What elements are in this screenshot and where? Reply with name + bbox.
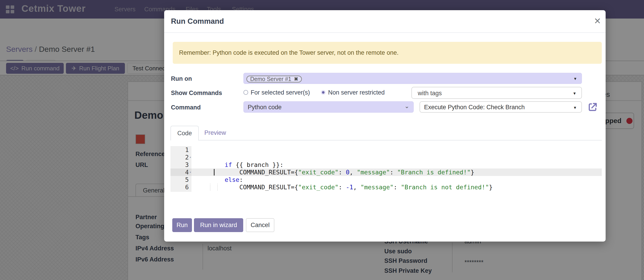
run-on-label: Run on [171,75,192,82]
line-number: 6 [170,183,189,191]
divider [164,32,606,33]
chevron-down-icon: ⌄ [404,103,410,110]
tab-preview[interactable]: Preview [204,129,226,136]
radio-label-non-server-restricted[interactable]: Non server restricted [328,89,385,96]
radio-for-selected-servers[interactable] [244,90,248,95]
tabs-underline [170,140,602,141]
code-line: COMMAND_RESULT={"exit_code": -1, "messag… [195,176,493,183]
line-number: 3 [170,161,189,169]
page: Cetmix Tower Servers Commands Files Tool… [0,0,644,280]
radio-non-server-restricted[interactable] [321,90,326,95]
command-label: Command [171,104,201,111]
run-command-modal: Run Command ✕ Remember: Python code is e… [164,10,606,241]
with-tags-select[interactable]: with tags ▼ [412,87,582,99]
line-number: 2 [170,154,189,161]
radio-label-for-selected-servers[interactable]: For selected server(s) [251,89,310,96]
run-in-wizard-button[interactable]: Run in wizard [194,218,243,232]
close-icon[interactable]: ✕ [592,16,603,27]
run-button[interactable]: Run [172,218,192,232]
modal-title: Run Command [171,17,224,26]
chevron-down-icon: ▼ [573,106,577,110]
run-on-field[interactable]: Demo Server #1 ✖ ▼ [244,73,582,84]
command-type-select[interactable]: Python code ⌄ [244,101,414,113]
line-number: 1 [170,146,189,154]
fold-toggle-icon[interactable]: ▾ [190,154,191,161]
external-link-icon[interactable] [588,102,598,112]
tag-remove-icon[interactable]: ✖ [294,76,298,82]
indent-guide [217,184,218,191]
code-line: if {{ branch }}: [195,154,284,161]
code-line: else: [195,169,243,176]
command-select[interactable]: Execute Python Code: Check Branch ▼ [420,101,582,113]
tab-code[interactable]: Code [170,126,199,141]
fold-toggle-icon[interactable]: ▾ [190,169,191,176]
text-cursor [214,169,214,176]
chevron-down-icon: ▼ [573,77,577,81]
cancel-button[interactable]: Cancel [246,218,274,232]
warning-banner: Remember: Python code is executed on the… [173,42,602,64]
code-line: COMMAND_RESULT={"exit_code": 0, "message… [195,161,474,169]
line-number: 5 [170,176,189,183]
line-number: 4 [170,169,189,176]
show-commands-label: Show Commands [171,90,222,97]
server-tag[interactable]: Demo Server #1 ✖ [246,76,302,83]
indent-guide [210,184,210,191]
chevron-down-icon: ▼ [573,91,576,96]
code-editor[interactable]: 1 2 3 4 5 6 ▾ ▾ if {{ branch }}: COMMAND… [170,146,602,193]
